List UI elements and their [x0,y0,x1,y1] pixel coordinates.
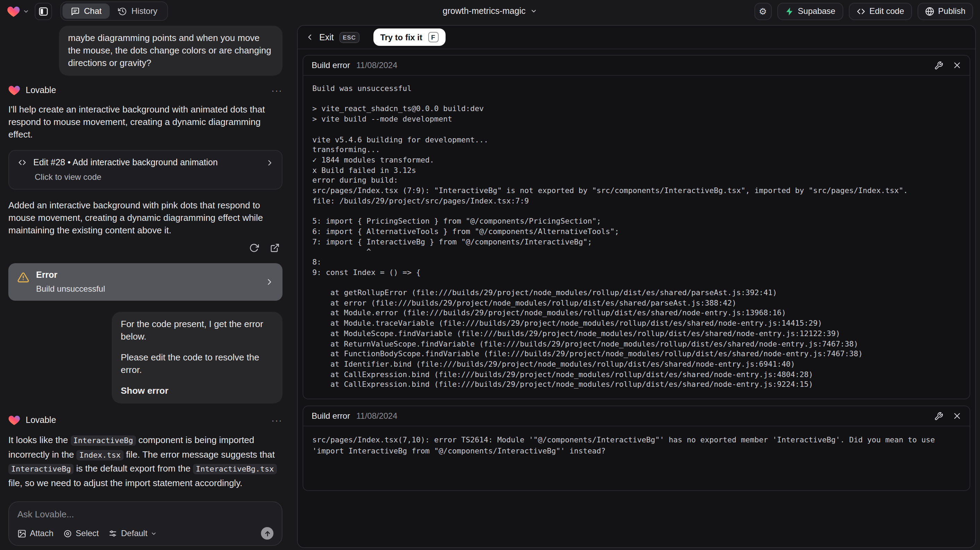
mode-label: Default [121,528,148,538]
edit-card-28[interactable]: Edit #28 • Add interactive background an… [8,150,283,190]
heart-avatar-icon [8,414,20,426]
close-icon[interactable] [953,412,961,420]
build-log: src/pages/Index.tsx(7,10): error TS2614:… [303,426,970,490]
assistant-name: Lovable [26,415,56,425]
build-error-panel-2: Build error 11/08/2024 src/pages/Index.t… [302,406,970,491]
chat-composer: Ask Lovable... Attach Select [8,501,283,546]
publish-label: Publish [938,6,966,16]
chat-history-tabs: Chat History [60,2,168,21]
message-actions [8,243,283,253]
tab-chat[interactable]: Chat [62,3,110,19]
build-error-panel-1: Build error 11/08/2024 Build was unsucce… [302,55,970,399]
attach-button[interactable]: Attach [18,528,53,538]
select-button[interactable]: Select [63,528,99,538]
chevron-left-icon [306,33,314,41]
attach-image-icon [18,529,26,538]
chevron-right-icon [265,278,274,286]
assistant-paragraph: It looks like the InteractiveBg componen… [8,433,283,489]
tab-history[interactable]: History [110,3,166,19]
attach-label: Attach [30,528,53,538]
inline-code: Index.tsx [77,450,124,460]
error-workspace-panel: Exit ESC Try to fix it F Build error 11/… [297,25,976,548]
open-preview-icon[interactable] [270,243,280,253]
sidebar-toggle-icon [38,6,49,16]
panel-title: Build error [312,411,350,421]
wrench-icon[interactable] [934,411,943,421]
error-banner-subtitle: Build unsuccessful [36,284,105,294]
exit-button[interactable]: Exit ESC [306,32,360,43]
more-icon[interactable]: ··· [271,415,283,426]
chat-bubble-icon [71,6,80,16]
build-error-banner[interactable]: Error Build unsuccessful [8,263,283,301]
edit-card-subtitle: Click to view code [18,172,274,182]
show-error-link[interactable]: Show error [121,385,274,397]
assistant-message: Lovable ··· It looks like the Interactiv… [8,414,283,496]
edit-code-label: Edit code [869,6,904,16]
lovable-app: Chat History growth-metrics-magic ⚙ [0,0,980,550]
assistant-message: Lovable ··· I'll help create an interact… [8,85,283,301]
history-icon [118,6,127,16]
close-icon[interactable] [953,61,961,69]
project-selector[interactable]: growth-metrics-magic [443,0,538,22]
chat-input[interactable]: Ask Lovable... [18,509,274,520]
inline-code: InteractiveBg [70,435,136,446]
inline-code: InteractiveBg [8,464,73,474]
chevron-right-icon [266,159,274,166]
build-log: Build was unsuccessful > vite_react_shad… [303,76,970,399]
supabase-button[interactable]: Supabase [777,2,843,20]
exit-label: Exit [319,32,334,42]
arrow-up-icon [263,529,271,537]
heart-avatar-icon [8,85,20,96]
workspace-header: Exit ESC Try to fix it F [298,26,975,49]
edit-code-button[interactable]: Edit code [848,2,912,20]
gear-icon: ⚙ [759,6,767,16]
sliders-icon [109,529,118,538]
assistant-name: Lovable [26,85,56,95]
assistant-paragraph: I'll help create an interactive backgrou… [8,104,283,141]
code-icon [18,158,27,167]
chevron-down-icon [151,530,157,536]
warning-triangle-icon [18,271,29,283]
mode-selector[interactable]: Default [109,528,157,538]
heart-logo-icon [7,5,20,17]
code-icon [856,6,865,16]
wrench-icon[interactable] [934,61,943,70]
tab-chat-label: Chat [84,6,102,16]
panel-title: Build error [312,61,350,70]
sidebar-toggle-button[interactable] [35,2,52,20]
chevron-down-icon [23,8,29,14]
assistant-paragraph: Added an interactive background with pin… [8,199,283,237]
user-message-text: maybe diagramming points and when you mo… [68,32,274,69]
send-button[interactable] [261,527,274,540]
workspace-body[interactable]: Build error 11/08/2024 Build was unsucce… [298,49,975,547]
panel-date: 11/08/2024 [356,61,397,70]
edit-card-title: Edit #28 • Add interactive background an… [33,158,218,167]
user-message: maybe diagramming points and when you mo… [59,26,283,76]
more-icon[interactable]: ··· [271,85,283,96]
panel-date: 11/08/2024 [356,411,397,421]
try-to-fix-label: Try to fix it [380,32,422,42]
select-label: Select [76,528,99,538]
chevron-down-icon [530,8,537,14]
user-message-line: Please edit the code to resolve the erro… [121,351,274,376]
settings-button[interactable]: ⚙ [754,2,772,20]
globe-icon [925,6,934,16]
user-message: For the code present, I get the error be… [112,312,283,403]
supabase-icon [784,6,794,16]
try-to-fix-button[interactable]: Try to fix it F [374,29,445,46]
error-banner-title: Error [36,270,105,280]
project-name: growth-metrics-magic [443,6,526,16]
publish-button[interactable]: Publish [917,2,973,20]
chat-sidebar: maybe diagramming points and when you mo… [0,22,291,550]
lovable-logo-menu[interactable] [7,5,29,17]
select-target-icon [63,529,72,538]
user-message-line: For the code present, I get the error be… [121,318,274,343]
f-key-badge: F [428,32,438,42]
tab-history-label: History [132,6,158,16]
top-bar: Chat History growth-metrics-magic ⚙ [0,0,980,22]
restore-icon[interactable] [249,243,259,253]
supabase-label: Supabase [798,6,835,16]
chat-message-list[interactable]: maybe diagramming points and when you mo… [0,22,291,496]
inline-code: InteractiveBg.tsx [193,464,277,474]
esc-key-badge: ESC [339,32,360,43]
